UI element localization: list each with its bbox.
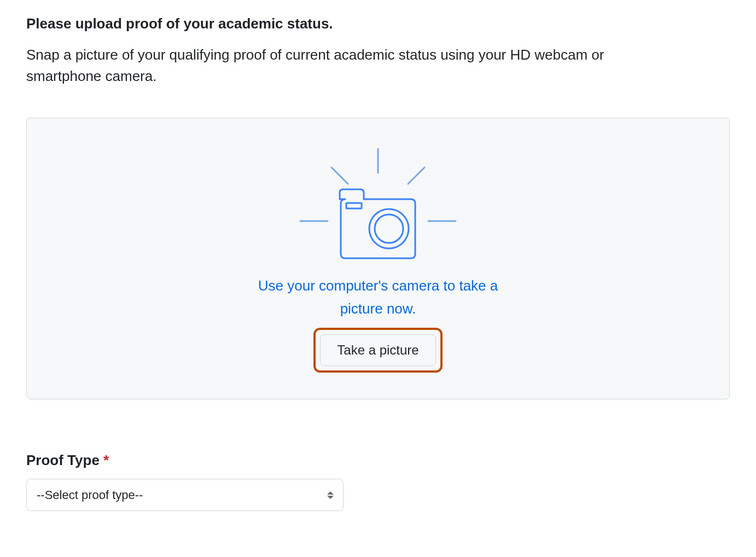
camera-icon (280, 144, 476, 265)
proof-type-label: Proof Type * (26, 452, 730, 469)
take-picture-highlight: Take a picture (313, 328, 442, 373)
upload-heading: Please upload proof of your academic sta… (26, 15, 730, 32)
camera-caption: Use your computer's camera to take a pic… (241, 275, 515, 320)
svg-point-7 (375, 214, 403, 243)
upload-description: Snap a picture of your qualifying proof … (26, 44, 628, 87)
proof-type-select[interactable]: --Select proof type-- (26, 479, 344, 511)
required-indicator: * (103, 452, 109, 468)
upload-panel: Use your computer's camera to take a pic… (26, 118, 730, 399)
take-picture-button[interactable]: Take a picture (320, 334, 435, 366)
svg-line-2 (408, 167, 424, 184)
svg-line-1 (332, 167, 348, 184)
proof-type-label-text: Proof Type (26, 452, 100, 468)
proof-type-select-wrap: --Select proof type-- (26, 479, 344, 511)
svg-rect-5 (346, 203, 362, 208)
